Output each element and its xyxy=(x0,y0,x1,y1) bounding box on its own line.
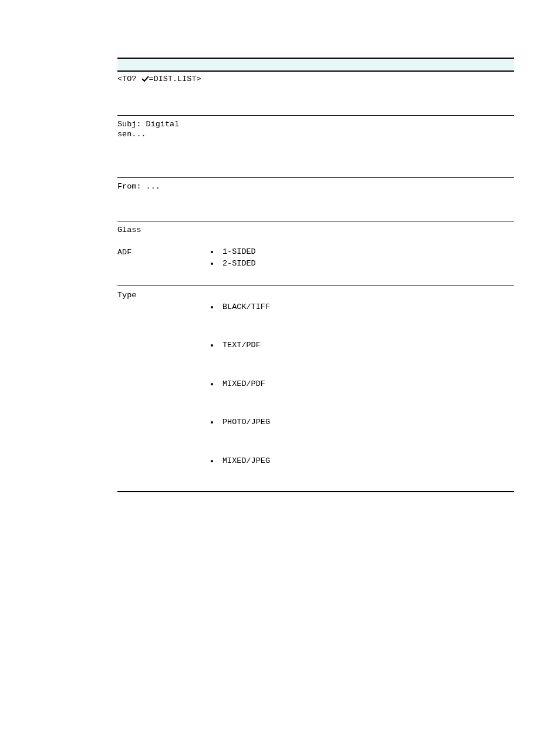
subject-line1: Subj: Digital xyxy=(117,119,514,130)
to-field: <TO? =DIST.LIST> xyxy=(117,72,514,85)
list-item: TEXT/PDF xyxy=(219,340,514,351)
list-item: PHOTO/JPEG xyxy=(219,417,514,428)
glass-label: Glass xyxy=(117,225,514,245)
list-item: MIXED/PDF xyxy=(219,379,514,389)
list-item: MIXED/JPEG xyxy=(219,456,514,466)
check-icon xyxy=(141,76,149,82)
from-text: From: ... xyxy=(117,182,160,191)
adf-label: ADF xyxy=(117,245,207,258)
from-field: From: ... xyxy=(117,178,514,196)
header-band xyxy=(117,59,514,72)
type-list: BLACK/TIFF TEXT/PDF MIXED/PDF PHOTO/JPEG… xyxy=(219,302,514,466)
subject-line2: sen... xyxy=(117,129,514,140)
to-prefix: <TO? xyxy=(117,75,141,83)
list-item: 2-SIDED xyxy=(219,258,514,269)
to-suffix: =DIST.LIST> xyxy=(149,75,201,83)
type-label: Type xyxy=(117,288,207,301)
sides-list: 1-SIDED 2-SIDED xyxy=(219,247,514,269)
list-item: BLACK/TIFF xyxy=(219,302,514,312)
subject-field: Subj: Digital sen... xyxy=(117,116,514,143)
list-item: 1-SIDED xyxy=(219,247,514,257)
